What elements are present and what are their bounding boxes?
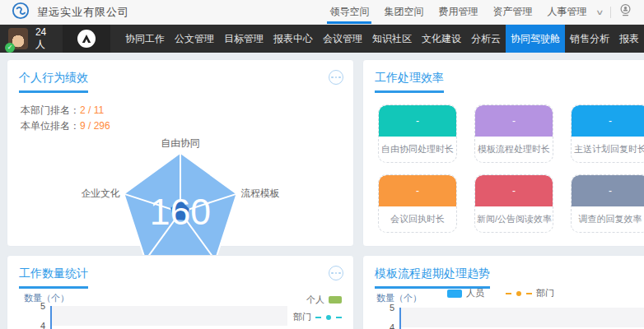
chevron-down-icon[interactable]: ∨ [595, 8, 604, 16]
member-count[interactable]: 24人 [35, 26, 54, 52]
y-tick-5: 5 [32, 301, 45, 311]
topnav-label: 领导空间 [329, 5, 369, 19]
more-options-icon[interactable] [329, 266, 343, 280]
efficiency-cards: - 自由协同处理时长 - 模板流程处理时长 - 主送计划回复时长 - 会议回执时… [363, 93, 644, 233]
panel-work-count: 工作数量统计 数量（个） 5 4 个人 部门 [7, 255, 354, 329]
y-tick-4: 4 [32, 321, 45, 329]
dept-rank-label: 本部门排名： [21, 104, 80, 116]
overdue-trend-chart: 人员 部门 数量（个） 5 4 [376, 292, 644, 329]
card-value: - [572, 105, 644, 137]
card-survey-reply-efficiency[interactable]: - 调查的回复效率 [571, 174, 644, 233]
card-label: 自由协同处理时长 [379, 137, 456, 162]
topbar-nav: 领导空间 集团空间 费用管理 资产管理 人事管理 ∨ [322, 0, 632, 24]
topnav-item-expense-mgmt[interactable]: 费用管理 [431, 0, 485, 24]
app-home-icon[interactable] [77, 30, 96, 48]
panel-header: 工作数量统计 [7, 256, 353, 289]
topnav-item-hr-mgmt[interactable]: 人事管理 [539, 0, 594, 24]
y-axis-label: 数量（个） [24, 292, 69, 304]
y-tick-4: 4 [381, 322, 394, 329]
dept-rank-row: 本部门排名：2 / 11 [21, 103, 353, 118]
card-label: 会议回执时长 [379, 206, 456, 232]
card-label: 模板流程处理时长 [475, 137, 553, 162]
card-value: - [379, 105, 456, 137]
legend-dot [516, 291, 521, 296]
mainnav-item-analytics-cloud[interactable]: 分析云 [466, 25, 506, 53]
legend-line [526, 293, 532, 294]
company-name: 望远实业有限公司 [37, 5, 129, 20]
mainnav-item-collaboration[interactable]: 协同工作 [120, 25, 170, 53]
legend-swatch [329, 296, 342, 304]
mainnav-item-meeting-mgmt[interactable]: 会议管理 [318, 25, 367, 53]
card-value: - [475, 105, 553, 137]
card-label: 调查的回复效率 [572, 206, 644, 232]
mainnav-item-knowledge-community[interactable]: 知识社区 [367, 25, 417, 53]
legend-dot [326, 315, 331, 320]
unit-rank-label: 本单位排名： [21, 120, 80, 132]
radar-label-culture: 企业文化 [81, 188, 120, 199]
topnav-item-leader-space[interactable]: 领导空间 [322, 0, 376, 24]
mainnav-item-clipped[interactable]: 报表 [614, 25, 644, 53]
more-options-icon[interactable] [329, 70, 343, 85]
legend-label: 个人 [306, 294, 324, 306]
legend-item-department[interactable]: 部门 [293, 311, 342, 323]
topnav-item-asset-mgmt[interactable]: 资产管理 [485, 0, 539, 24]
legend-label: 部门 [536, 287, 554, 299]
legend-swatch [447, 290, 462, 298]
panel-title: 工作处理效率 [375, 71, 444, 93]
active-underline [327, 21, 371, 24]
main-nav: ✓ 24人 协同工作 公文管理 目标管理 报表中心 会议管理 知识社区 文化建设… [0, 25, 644, 53]
y-tick-5: 5 [381, 303, 394, 313]
legend-item-department[interactable]: 部门 [506, 287, 554, 299]
card-label: 新闻/公告阅读效率 [475, 206, 553, 232]
mainnav-item-culture-building[interactable]: 文化建设 [417, 25, 466, 53]
card-news-read-efficiency[interactable]: - 新闻/公告阅读效率 [474, 174, 553, 233]
card-template-flow-duration[interactable]: - 模板流程处理时长 [474, 104, 553, 163]
dept-rank-value: 2 / 11 [80, 104, 104, 116]
legend-item-personal[interactable]: 个人 [306, 294, 342, 306]
panel-overdue-trend: 模板流程超期处理趋势 人员 部门 数量（个） 5 4 [362, 255, 644, 329]
topnav-item-group-space[interactable]: 集团空间 [376, 0, 431, 24]
user-avatar[interactable]: ✓ [8, 28, 28, 49]
grid-band [401, 308, 644, 327]
panel-header: 工作处理效率 [363, 60, 644, 93]
mainnav-item-official-doc[interactable]: 公文管理 [170, 25, 219, 53]
radar-label-free-collab: 自由协同 [161, 137, 199, 149]
card-free-collab-duration[interactable]: - 自由协同处理时长 [378, 104, 457, 163]
card-plan-reply-duration[interactable]: - 主送计划回复时长 [571, 104, 644, 163]
chart-legend: 人员 部门 [447, 287, 554, 299]
card-label: 主送计划回复时长 [572, 137, 644, 162]
panel-title: 模板流程超期处理趋势 [375, 266, 490, 289]
unit-rank-value: 9 / 296 [80, 120, 110, 132]
chart-legend: 个人 部门 [293, 294, 342, 323]
topnav-extra: ∨ [597, 0, 632, 24]
panel-header: 模板流程超期处理趋势 [363, 256, 644, 289]
radar-score: 160 [150, 192, 211, 232]
panel-work-efficiency: 工作处理效率 - 自由协同处理时长 - 模板流程处理时长 - 主送计划回复时长 … [362, 59, 644, 247]
dashboard-content: 个人行为绩效 本部门排名：2 / 11 本单位排名：9 / 296 [0, 53, 644, 329]
legend-line [336, 317, 342, 318]
mainnav-item-cockpit[interactable]: 协同驾驶舱 [506, 25, 565, 53]
card-value: - [572, 175, 644, 206]
radar-label-process-template: 流程模板 [240, 188, 280, 199]
member-icon[interactable] [618, 3, 632, 21]
user-area: ✓ 24人 [0, 25, 63, 53]
card-value: - [379, 175, 456, 206]
mainnav-item-target-mgmt[interactable]: 目标管理 [219, 25, 268, 53]
mainnav-item-report-center[interactable]: 报表中心 [268, 25, 318, 53]
rank-summary: 本部门排名：2 / 11 本单位排名：9 / 296 [21, 103, 353, 134]
legend-line [506, 293, 511, 294]
panel-title: 工作数量统计 [19, 266, 88, 289]
mainnav-item-sales-analysis[interactable]: 销售分析 [565, 25, 614, 53]
online-check-badge: ✓ [5, 43, 15, 53]
panel-title: 个人行为绩效 [19, 71, 88, 93]
unit-rank-row: 本单位排名：9 / 296 [21, 118, 353, 134]
card-meeting-receipt-duration[interactable]: - 会议回执时长 [378, 174, 457, 233]
legend-item-staff[interactable]: 人员 [447, 287, 484, 299]
divider [610, 7, 611, 18]
company-logo-icon [12, 2, 30, 23]
main-nav-items: 协同工作 公文管理 目标管理 报表中心 会议管理 知识社区 文化建设 分析云 协… [120, 25, 644, 53]
topbar: 望远实业有限公司 领导空间 集团空间 费用管理 资产管理 人事管理 ∨ [0, 0, 644, 25]
legend-label: 部门 [293, 311, 311, 323]
grid-band [52, 306, 287, 326]
legend-label: 人员 [466, 287, 484, 299]
